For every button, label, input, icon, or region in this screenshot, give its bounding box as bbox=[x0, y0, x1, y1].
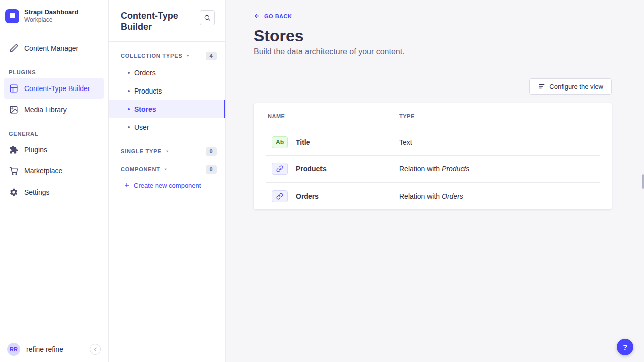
field-type-target: Orders bbox=[442, 192, 463, 200]
user-name: refine refine bbox=[26, 345, 63, 353]
field-type-cell: Text bbox=[397, 138, 600, 146]
fields-table: NAME TYPE Ab Title Text Products bbox=[254, 103, 612, 209]
sidebar-item-label: Marketplace bbox=[24, 167, 62, 175]
field-name-cell: Products bbox=[266, 163, 397, 175]
brand[interactable]: Strapi Dashboard Workplace bbox=[0, 0, 108, 31]
sidebar-item-label: Settings bbox=[24, 188, 50, 196]
arrow-left-icon bbox=[254, 13, 260, 19]
collection-types-toggle[interactable]: COLLECTION TYPES 4 bbox=[109, 48, 225, 64]
field-type-cell: Relation with Orders bbox=[397, 192, 600, 200]
collection-type-item-orders[interactable]: Orders bbox=[109, 64, 225, 82]
search-button[interactable] bbox=[200, 10, 215, 25]
sidebar-item-marketplace[interactable]: Marketplace bbox=[4, 161, 104, 181]
shopping-cart-icon bbox=[9, 166, 19, 176]
avatar[interactable]: RR bbox=[7, 343, 20, 356]
search-icon bbox=[204, 14, 211, 21]
chevron-down-icon bbox=[165, 149, 170, 154]
bullet-icon bbox=[128, 126, 130, 128]
sidebar-item-label: Content-Type Builder bbox=[24, 84, 90, 93]
panel-title: Content-Type Builder bbox=[121, 10, 198, 32]
puzzle-icon bbox=[9, 145, 19, 155]
relation-link-icon bbox=[272, 163, 288, 175]
go-back-link[interactable]: GO BACK bbox=[254, 13, 292, 19]
app-root: Strapi Dashboard Workplace Content Manag… bbox=[0, 0, 644, 362]
gear-icon bbox=[9, 187, 19, 197]
sidebar-item-label: Plugins bbox=[24, 146, 47, 154]
content-type-builder-panel: Content-Type Builder COLLECTION TYPES 4 … bbox=[109, 0, 226, 362]
sidebar-item-plugins[interactable]: Plugins bbox=[4, 140, 104, 160]
field-name: Orders bbox=[296, 192, 319, 200]
field-name-cell: Orders bbox=[266, 190, 397, 202]
collection-type-item-products[interactable]: Products bbox=[109, 82, 225, 100]
help-button[interactable]: ? bbox=[617, 339, 633, 355]
sidebar-item-settings[interactable]: Settings bbox=[4, 182, 104, 202]
table-header: NAME TYPE bbox=[266, 103, 600, 129]
configure-view-button[interactable]: Configure the view bbox=[529, 78, 612, 95]
component-count: 0 bbox=[206, 165, 217, 174]
bullet-icon bbox=[128, 72, 130, 74]
field-type-target: Products bbox=[442, 165, 469, 173]
collection-type-label: Stores bbox=[134, 105, 156, 113]
create-new-component-label: Create new component bbox=[134, 182, 201, 189]
single-type-count: 0 bbox=[206, 147, 217, 156]
table-row[interactable]: Ab Title Text bbox=[266, 129, 600, 156]
create-new-component-link[interactable]: Create new component bbox=[109, 177, 225, 193]
field-type-cell: Relation with Products bbox=[397, 165, 600, 173]
go-back-label: GO BACK bbox=[264, 13, 292, 19]
field-name-cell: Ab Title bbox=[266, 136, 397, 148]
plus-icon bbox=[124, 182, 130, 188]
brand-title: Strapi Dashboard bbox=[24, 8, 78, 16]
component-toggle[interactable]: COMPONENT 0 bbox=[109, 161, 225, 177]
strapi-logo-icon bbox=[5, 9, 19, 23]
bullet-icon bbox=[128, 90, 130, 92]
image-icon bbox=[9, 105, 19, 115]
group-label: COMPONENT bbox=[121, 166, 160, 172]
pencil-icon bbox=[9, 43, 19, 53]
page-subtitle: Build the data architecture of your cont… bbox=[254, 47, 612, 56]
sidebar-item-label: Content Manager bbox=[24, 44, 78, 52]
column-header-name: NAME bbox=[266, 113, 397, 119]
collection-types-count: 4 bbox=[206, 52, 217, 60]
collection-type-label: Products bbox=[134, 87, 162, 95]
collapse-sidebar-button[interactable] bbox=[90, 344, 101, 355]
field-type: Relation with bbox=[399, 165, 442, 173]
collection-type-label: User bbox=[134, 123, 149, 131]
panel-header: Content-Type Builder bbox=[109, 0, 225, 37]
main-content: GO BACK Stores Build the data architectu… bbox=[226, 0, 644, 362]
sidebar-item-media-library[interactable]: Media Library bbox=[4, 100, 104, 120]
relation-link-icon bbox=[272, 190, 288, 202]
toolbar: Configure the view bbox=[254, 78, 612, 95]
brand-text: Strapi Dashboard Workplace bbox=[24, 8, 78, 24]
configure-view-label: Configure the view bbox=[549, 83, 603, 90]
brand-subtitle: Workplace bbox=[24, 16, 78, 24]
sidebar-item-content-type-builder[interactable]: Content-Type Builder bbox=[4, 78, 104, 99]
chevron-down-icon bbox=[163, 167, 168, 172]
filter-lines-icon bbox=[538, 83, 545, 90]
chevron-left-icon bbox=[92, 346, 98, 352]
group-label: COLLECTION TYPES bbox=[121, 53, 182, 59]
collection-type-label: Orders bbox=[134, 69, 156, 77]
table-row[interactable]: Products Relation with Products bbox=[266, 156, 600, 183]
collection-type-item-user[interactable]: User bbox=[109, 118, 225, 136]
collection-type-item-stores[interactable]: Stores bbox=[109, 100, 225, 118]
sidebar-item-content-manager[interactable]: Content Manager bbox=[4, 38, 104, 58]
bullet-icon bbox=[128, 108, 130, 110]
sidebar-item-label: Media Library bbox=[24, 106, 67, 114]
field-type: Relation with bbox=[399, 192, 442, 200]
field-name: Title bbox=[296, 138, 310, 146]
field-type: Text bbox=[399, 138, 412, 146]
table-row[interactable]: Orders Relation with Orders bbox=[266, 183, 600, 209]
sidebar-footer: RR refine refine bbox=[0, 336, 108, 362]
column-header-type: TYPE bbox=[397, 113, 600, 119]
group-label: SINGLE TYPE bbox=[121, 148, 162, 154]
layout-grid-icon bbox=[9, 83, 19, 94]
field-name: Products bbox=[296, 165, 327, 173]
main-sidebar: Strapi Dashboard Workplace Content Manag… bbox=[0, 0, 109, 362]
sidebar-nav: Content Manager PLUGINS Content-Type Bui… bbox=[0, 31, 108, 202]
chevron-down-icon bbox=[185, 53, 190, 58]
single-type-toggle[interactable]: SINGLE TYPE 0 bbox=[109, 143, 225, 159]
divider bbox=[109, 41, 225, 42]
section-label-general: GENERAL bbox=[9, 131, 99, 137]
section-label-plugins: PLUGINS bbox=[9, 69, 99, 75]
page-title: Stores bbox=[254, 26, 612, 45]
